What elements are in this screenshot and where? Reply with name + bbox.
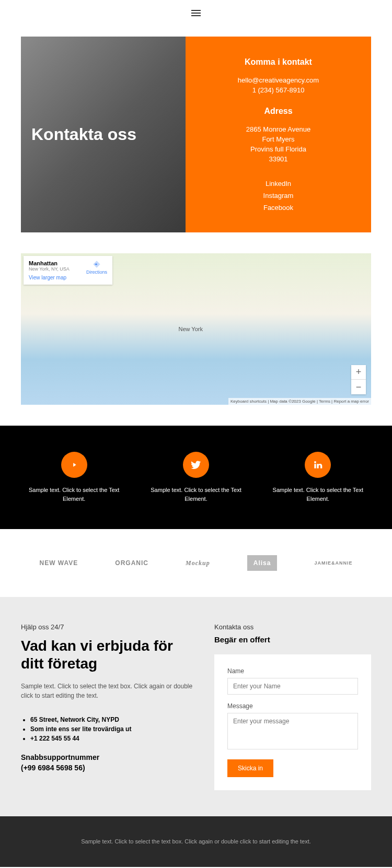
addr-line: Fort Myers (201, 135, 355, 143)
logos-section: NEW WAVE ORGANIC Mockup Alisa JAMIE&ANNI… (0, 529, 392, 597)
social-text: Sample text. Click to select the Text El… (21, 486, 127, 503)
social-item-youtube: Sample text. Click to select the Text El… (21, 452, 127, 503)
support-label: Snabbsupportnummer (21, 753, 193, 763)
contact-info: Hjälp oss 24/7 Vad kan vi erbjuda för di… (21, 623, 193, 790)
bullet-item: Som inte ens ser lite trovärdiga ut (30, 725, 193, 733)
message-label: Message (227, 702, 358, 710)
map[interactable]: Manhattan New York, NY, USA View larger … (21, 253, 371, 405)
logo-organic: ORGANIC (115, 559, 148, 567)
support-number: (+99 6984 5698 56) (21, 763, 193, 773)
logo-newwave: NEW WAVE (40, 559, 78, 567)
contact-panel: Komma i kontakt hello@creativeagency.com… (186, 37, 371, 232)
youtube-icon[interactable] (61, 452, 87, 478)
social-item-linkedin: Sample text. Click to select the Text El… (265, 452, 371, 503)
contact-desc: Sample text. Click to select the text bo… (21, 682, 193, 700)
bullet-item: +1 222 545 55 44 (30, 735, 193, 742)
linkedin-icon[interactable] (305, 452, 331, 478)
form-title: Begär en offert (214, 635, 371, 644)
contact-title: Vad kan vi erbjuda för ditt företag (21, 637, 193, 672)
logo-alisa: Alisa (247, 555, 278, 571)
help-subtitle: Hjälp oss 24/7 (21, 623, 193, 631)
social-text: Sample text. Click to select the Text El… (265, 486, 371, 503)
zoom-in-button[interactable]: + (351, 365, 366, 380)
twitter-icon[interactable] (183, 452, 209, 478)
message-input[interactable] (227, 713, 358, 749)
submit-button[interactable]: Skicka in (227, 759, 273, 777)
hero-image: Kontakta oss (21, 37, 186, 232)
facebook-link[interactable]: Facebook (201, 204, 355, 212)
directions-button[interactable]: Directions (86, 260, 107, 275)
form-subtitle: Kontakta oss (214, 623, 371, 631)
logo-mockup: Mockup (186, 559, 210, 567)
social-section: Sample text. Click to select the Text El… (0, 426, 392, 529)
bullet-item: 65 Street, Network City, NYPD (30, 716, 193, 723)
instagram-link[interactable]: Instagram (201, 192, 355, 200)
addr-line: 2865 Monroe Avenue (201, 125, 355, 133)
contact-phone: 1 (234) 567-8910 (201, 86, 355, 94)
map-info-card: Manhattan New York, NY, USA View larger … (24, 256, 112, 285)
name-input[interactable] (227, 678, 358, 695)
contact-heading: Komma i kontakt (201, 57, 355, 67)
footer-text: Sample text. Click to select the text bo… (21, 837, 371, 846)
map-section: Manhattan New York, NY, USA View larger … (21, 253, 371, 405)
map-title: Manhattan (29, 260, 57, 266)
social-text: Sample text. Click to select the Text El… (143, 486, 249, 503)
linkedin-link[interactable]: LinkedIn (201, 180, 355, 187)
map-attribution: Keyboard shortcuts | Map data ©2023 Goog… (228, 398, 371, 405)
addr-line: 33901 (201, 155, 355, 163)
hero-title: Kontakta oss (31, 124, 136, 144)
footer: Sample text. Click to select the text bo… (0, 816, 392, 867)
contact-email: hello@creativeagency.com (201, 76, 355, 84)
addr-line: Provins full Florida (201, 145, 355, 153)
form-box: Name Message Skicka in (214, 654, 371, 790)
contact-section: Hjälp oss 24/7 Vad kan vi erbjuda för di… (0, 597, 392, 816)
zoom-out-button[interactable]: − (351, 380, 366, 394)
view-larger-link[interactable]: View larger map (29, 275, 107, 280)
name-label: Name (227, 667, 358, 675)
logo-jamieannie: JAMIE&ANNIE (314, 560, 352, 566)
contact-bullets: 65 Street, Network City, NYPD Som inte e… (21, 716, 193, 742)
social-item-twitter: Sample text. Click to select the Text El… (143, 452, 249, 503)
contact-form-panel: Kontakta oss Begär en offert Name Messag… (214, 623, 371, 790)
top-nav (0, 0, 392, 26)
map-zoom-controls: + − (351, 365, 366, 394)
hero-section: Kontakta oss Komma i kontakt hello@creat… (21, 37, 371, 232)
map-label-ny: New York (179, 326, 203, 332)
menu-icon[interactable] (191, 8, 201, 18)
address-heading: Adress (201, 107, 355, 116)
